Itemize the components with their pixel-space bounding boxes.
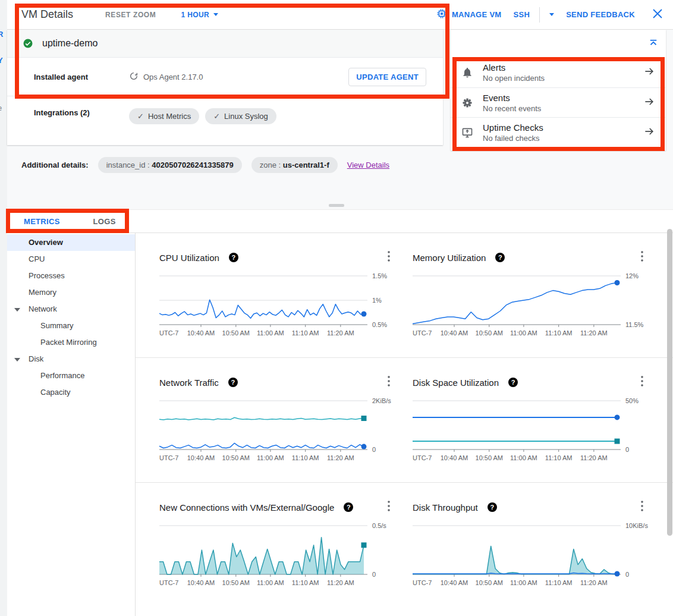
sidebar-item-capacity[interactable]: Capacity (7, 384, 135, 401)
svg-text:11:00 AM: 11:00 AM (510, 329, 537, 337)
observability-side-panel: Alerts No open incidents Events No recen… (451, 30, 666, 150)
panel-resize-handle[interactable] (329, 204, 344, 207)
metrics-section: METRICS LOGS OverviewCPUProcessesMemoryN… (7, 209, 673, 616)
integrations-label: Integrations (2) (34, 108, 129, 117)
chart-menu-icon[interactable] (637, 499, 647, 515)
chart-row: New Connections with VMs/External/Google… (136, 483, 673, 616)
integrations-row: Integrations (2) ✓ Host Metrics ✓ Linux … (7, 96, 443, 145)
svg-text:10KiB/s: 10KiB/s (625, 522, 648, 529)
events-icon (461, 97, 473, 109)
tabs-bar: METRICS LOGS (7, 210, 673, 233)
sidebar-item-memory[interactable]: Memory (7, 284, 135, 301)
sidebar-item-cpu[interactable]: CPU (7, 251, 135, 268)
memory-utilization-card: Memory Utilization ? 12%11.5%UTC-710:40 … (413, 250, 650, 357)
sidebar-item-performance[interactable]: Performance (7, 367, 135, 384)
svg-text:UTC-7: UTC-7 (413, 329, 432, 337)
disk-space-chart[interactable]: 50%0UTC-710:40 AM10:50 AM11:00 AM11:10 A… (413, 397, 650, 469)
agent-update-icon (129, 71, 139, 83)
chart-row: CPU Utilization ? 1.5%1%0.5%UTC-710:40 A… (136, 233, 673, 358)
chip-key: instance_id (106, 161, 146, 169)
chart-menu-icon[interactable] (384, 375, 394, 390)
sidebar-item-summary[interactable]: Summary (7, 318, 135, 334)
ssh-button[interactable]: SSH (508, 7, 536, 23)
manage-vm-label: MANAGE VM (452, 10, 502, 19)
svg-text:10:50 AM: 10:50 AM (476, 329, 503, 337)
chart-menu-icon[interactable] (384, 250, 394, 265)
svg-text:11:20 AM: 11:20 AM (327, 454, 354, 461)
reset-zoom-button[interactable]: RESET ZOOM (105, 11, 156, 19)
svg-text:10:50 AM: 10:50 AM (476, 579, 503, 586)
time-range-dropdown[interactable]: 1 HOUR (181, 11, 218, 19)
update-agent-button[interactable]: UPDATE AGENT (348, 68, 426, 86)
check-icon: ✓ (213, 112, 220, 121)
svg-text:11:10 AM: 11:10 AM (545, 329, 573, 337)
svg-text:11.5%: 11.5% (625, 321, 644, 328)
svg-text:11:10 AM: 11:10 AM (292, 329, 319, 337)
close-icon[interactable] (650, 7, 665, 23)
svg-text:0: 0 (372, 446, 376, 453)
send-feedback-button[interactable]: SEND FEEDBACK (560, 7, 641, 23)
chip-value: us-central1-f (283, 161, 329, 169)
disk-throughput-chart[interactable]: 10KiB/s0UTC-710:40 AM10:50 AM11:00 AM11:… (413, 522, 650, 593)
arrow-right-icon[interactable] (643, 96, 655, 110)
events-row[interactable]: Events No recent events (451, 87, 666, 117)
memory-utilization-chart[interactable]: 12%11.5%UTC-710:40 AM10:50 AM11:00 AM11:… (413, 272, 650, 344)
sidebar-item-packet-mirroring[interactable]: Packet Mirroring (7, 334, 135, 351)
svg-text:11:00 AM: 11:00 AM (510, 579, 537, 586)
uptime-checks-row[interactable]: Uptime Checks No failed checks (451, 117, 666, 147)
integration-chip-host-metrics[interactable]: ✓ Host Metrics (129, 108, 199, 124)
additional-details-row: Additional details: instance_id : 402050… (7, 157, 389, 173)
scrollbar-thumb[interactable] (667, 229, 672, 536)
bell-icon (461, 67, 473, 78)
collapse-panel-icon[interactable] (648, 38, 659, 51)
chart-title: CPU Utilization (159, 253, 219, 263)
new-connections-chart[interactable]: 0.5/s0UTC-710:40 AM10:50 AM11:00 AM11:10… (159, 522, 397, 593)
metrics-sidebar: OverviewCPUProcessesMemoryNetworkSummary… (7, 233, 136, 616)
uptime-icon (461, 127, 473, 139)
cpu-utilization-chart[interactable]: 1.5%1%0.5%UTC-710:40 AM10:50 AM11:00 AM1… (159, 272, 397, 344)
chart-menu-icon[interactable] (384, 499, 394, 515)
svg-text:10:50 AM: 10:50 AM (222, 579, 250, 586)
view-details-link[interactable]: View Details (347, 161, 389, 169)
alerts-row[interactable]: Alerts No open incidents (451, 58, 666, 87)
network-traffic-card: Network Traffic ? 2KiB/s0UTC-710:40 AM10… (159, 375, 397, 482)
arrow-right-icon[interactable] (643, 125, 655, 140)
instance-id-chip[interactable]: instance_id : 4020507026241335879 (98, 157, 242, 173)
help-icon[interactable]: ? (508, 378, 518, 387)
svg-text:11:00 AM: 11:00 AM (510, 454, 537, 461)
zone-chip[interactable]: zone : us-central1-f (251, 157, 338, 173)
arrow-right-icon[interactable] (643, 65, 655, 80)
svg-text:11:00 AM: 11:00 AM (257, 454, 284, 461)
help-icon[interactable]: ? (344, 502, 353, 512)
tab-metrics[interactable]: METRICS (7, 210, 77, 232)
chevron-down-icon[interactable] (14, 358, 20, 362)
chart-menu-icon[interactable] (637, 375, 647, 390)
integration-chip-linux-syslog[interactable]: ✓ Linux Syslog (205, 108, 276, 124)
svg-text:10:40 AM: 10:40 AM (187, 329, 215, 337)
svg-text:10:50 AM: 10:50 AM (222, 454, 250, 461)
page-fragment: e (0, 103, 2, 112)
svg-text:0.5/s: 0.5/s (372, 522, 386, 529)
chip-value: 4020507026241335879 (152, 161, 233, 169)
help-icon[interactable]: ? (488, 502, 497, 512)
svg-text:10:50 AM: 10:50 AM (222, 329, 250, 337)
tab-logs[interactable]: LOGS (77, 210, 133, 232)
sidebar-item-processes[interactable]: Processes (7, 268, 135, 284)
help-icon[interactable]: ? (229, 253, 238, 262)
cpu-utilization-card: CPU Utilization ? 1.5%1%0.5%UTC-710:40 A… (159, 250, 397, 357)
sidebar-item-network[interactable]: Network (7, 301, 135, 318)
chevron-down-icon[interactable] (14, 308, 20, 312)
sidebar-item-overview[interactable]: Overview (7, 234, 135, 251)
ssh-options-dropdown[interactable] (543, 10, 560, 20)
help-icon[interactable]: ? (228, 378, 238, 387)
sidebar-item-disk[interactable]: Disk (7, 351, 135, 367)
svg-text:10:40 AM: 10:40 AM (441, 454, 468, 461)
network-traffic-chart[interactable]: 2KiB/s0UTC-710:40 AM10:50 AM11:00 AM11:1… (159, 397, 397, 469)
installed-agent-row: Installed agent Ops Agent 2.17.0 UPDATE … (7, 58, 443, 96)
chart-menu-icon[interactable] (637, 250, 647, 265)
svg-text:11:10 AM: 11:10 AM (545, 579, 573, 586)
help-icon[interactable]: ? (495, 253, 505, 262)
disk-space-card: Disk Space Utilization ? 50%0UTC-710:40 … (413, 375, 650, 482)
time-range-label: 1 HOUR (181, 11, 209, 19)
manage-vm-button[interactable]: MANAGE VM (430, 5, 508, 24)
